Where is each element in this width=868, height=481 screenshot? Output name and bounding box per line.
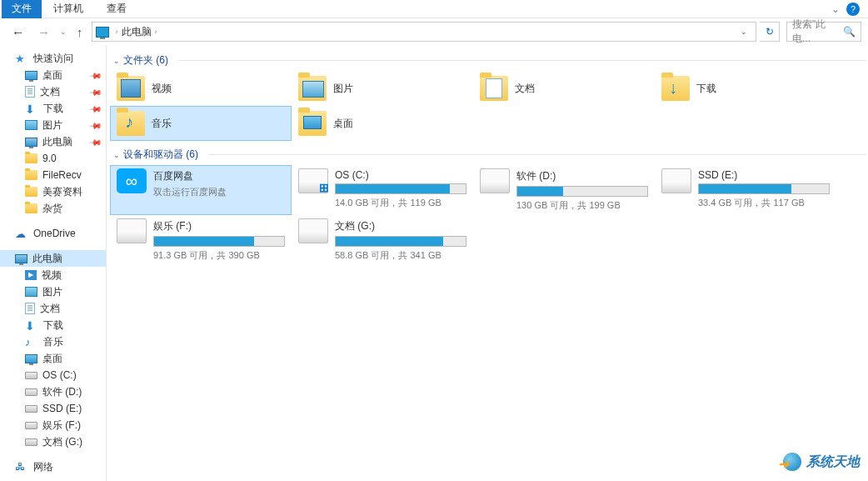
desktop-icon bbox=[25, 71, 37, 80]
menu-bar: 文件 计算机 查看 ⌄ ? bbox=[0, 0, 868, 18]
sidebar-item-thispc[interactable]: 此电脑📌 bbox=[0, 133, 106, 150]
capacity-fill bbox=[154, 237, 254, 246]
music-folder-icon bbox=[117, 111, 145, 136]
sidebar-item-drive-g[interactable]: 文档 (G:) bbox=[0, 433, 106, 450]
drive-subtitle: 58.8 GB 可用，共 341 GB bbox=[335, 249, 466, 262]
sidebar-item-desktop[interactable]: 桌面 bbox=[0, 350, 106, 367]
sidebar-network[interactable]: 🖧网络 bbox=[0, 458, 106, 475]
drive-label: 文档 (G:) bbox=[335, 219, 466, 233]
item-baidu-netdisk[interactable]: ∞ 百度网盘 双击运行百度网盘 bbox=[110, 165, 292, 215]
chevron-down-icon: ⌄ bbox=[113, 151, 120, 159]
folder-downloads[interactable]: 下载 bbox=[655, 71, 836, 106]
menu-computer[interactable]: 计算机 bbox=[42, 0, 95, 18]
folder-pictures[interactable]: 图片 bbox=[292, 71, 473, 106]
address-bar[interactable]: › 此电脑 › ⌄ bbox=[92, 22, 757, 42]
sidebar-item-documents[interactable]: 文档📌 bbox=[0, 83, 106, 100]
sidebar-item-downloads[interactable]: ⬇下载 bbox=[0, 317, 106, 333]
sidebar-item-documents[interactable]: 文档 bbox=[0, 300, 106, 317]
sidebar-item-videos[interactable]: ▶视频 bbox=[0, 267, 106, 283]
sidebar-item-label: 文档 bbox=[40, 302, 60, 316]
disk-icon bbox=[25, 388, 37, 396]
sidebar-item-pictures[interactable]: 图片📌 bbox=[0, 117, 106, 133]
group-header-folders[interactable]: ⌄ 文件夹 (6) bbox=[107, 52, 866, 71]
sidebar-item-folder[interactable]: 9.0 bbox=[0, 150, 106, 167]
group-header-drives[interactable]: ⌄ 设备和驱动器 (6) bbox=[107, 146, 866, 165]
download-icon: ⬇ bbox=[25, 319, 38, 331]
sidebar-this-pc[interactable]: 此电脑 bbox=[0, 250, 106, 267]
item-label: 文档 bbox=[515, 82, 535, 96]
nav-back-icon[interactable]: ← bbox=[7, 25, 29, 39]
menu-view[interactable]: 查看 bbox=[95, 0, 138, 18]
sidebar-item-downloads[interactable]: ⬇下载📌 bbox=[0, 100, 106, 117]
drive-subtitle: 14.0 GB 可用，共 119 GB bbox=[335, 197, 466, 209]
drive-icon bbox=[298, 218, 328, 243]
globe-icon: ➜ bbox=[783, 453, 801, 471]
folder-videos[interactable]: 视频 bbox=[110, 71, 292, 106]
drive-f[interactable]: 娱乐 (F:) 91.3 GB 可用，共 390 GB bbox=[110, 215, 292, 265]
folder-icon bbox=[25, 187, 37, 197]
address-dropdown-icon[interactable]: ⌄ bbox=[736, 28, 752, 36]
drive-label: 软件 (D:) bbox=[516, 169, 648, 183]
drive-g[interactable]: 文档 (G:) 58.8 GB 可用，共 341 GB bbox=[292, 215, 473, 265]
breadcrumb-sep-icon[interactable]: › bbox=[152, 28, 161, 36]
desktop-folder-icon bbox=[298, 111, 327, 136]
sidebar-item-folder[interactable]: 杂货 bbox=[0, 200, 106, 217]
sidebar-item-drive-d[interactable]: 软件 (D:) bbox=[0, 383, 106, 400]
sidebar-item-label: 杂货 bbox=[42, 202, 62, 216]
drive-d[interactable]: 软件 (D:) 130 GB 可用，共 199 GB bbox=[473, 165, 655, 215]
drive-c[interactable]: OS (C:) 14.0 GB 可用，共 119 GB bbox=[292, 165, 473, 215]
download-icon: ⬇ bbox=[25, 103, 38, 114]
folder-icon bbox=[25, 153, 37, 163]
disk-icon bbox=[25, 422, 37, 429]
item-label: 桌面 bbox=[333, 117, 353, 131]
cloud-icon: ☁ bbox=[15, 228, 28, 239]
breadcrumb-sep-icon[interactable]: › bbox=[112, 28, 122, 36]
music-icon: ♪ bbox=[25, 336, 38, 348]
sidebar-item-label: 下载 bbox=[43, 102, 63, 116]
drive-subtitle: 33.4 GB 可用，共 117 GB bbox=[698, 197, 830, 209]
pin-icon: 📌 bbox=[89, 118, 102, 132]
ribbon-toggle-icon[interactable]: ⌄ bbox=[825, 3, 846, 15]
sidebar-item-music[interactable]: ♪音乐 bbox=[0, 333, 106, 350]
nav-history-icon[interactable]: ⌄ bbox=[58, 28, 68, 36]
drive-label: SSD (E:) bbox=[698, 169, 830, 181]
sidebar-onedrive[interactable]: ☁OneDrive bbox=[0, 225, 106, 242]
sidebar-quick-access[interactable]: ★ 快速访问 bbox=[0, 50, 106, 67]
sidebar-item-drive-c[interactable]: OS (C:) bbox=[0, 367, 106, 383]
desktop-icon bbox=[25, 354, 37, 363]
sidebar-item-label: 9.0 bbox=[42, 153, 57, 164]
sidebar-item-pictures[interactable]: 图片 bbox=[0, 283, 106, 300]
document-icon bbox=[25, 303, 35, 314]
help-icon[interactable]: ? bbox=[846, 3, 860, 16]
capacity-bar bbox=[698, 183, 830, 194]
sidebar-item-label: 美赛资料 bbox=[42, 185, 82, 199]
pictures-icon bbox=[25, 120, 37, 130]
folder-documents[interactable]: 文档 bbox=[473, 71, 655, 106]
drive-e[interactable]: SSD (E:) 33.4 GB 可用，共 117 GB bbox=[655, 165, 836, 215]
refresh-button[interactable]: ↻ bbox=[760, 22, 780, 42]
folder-music[interactable]: 音乐 bbox=[110, 106, 292, 141]
disk-icon bbox=[25, 438, 37, 446]
sidebar-item-label: 文档 (G:) bbox=[42, 435, 82, 449]
pin-icon: 📌 bbox=[89, 102, 102, 115]
sidebar-item-label: OS (C:) bbox=[42, 369, 77, 381]
nav-up-icon[interactable]: ↑ bbox=[72, 25, 88, 39]
drive-icon bbox=[480, 168, 510, 193]
pc-icon bbox=[15, 254, 27, 263]
sidebar: ★ 快速访问 桌面📌 文档📌 ⬇下载📌 图片📌 此电脑📌 9.0 FileRec… bbox=[0, 45, 107, 481]
document-icon bbox=[25, 86, 35, 98]
item-label: 下载 bbox=[696, 82, 716, 96]
breadcrumb-this-pc[interactable]: 此电脑 bbox=[122, 25, 152, 39]
search-input[interactable]: 搜索"此电... 🔍 bbox=[786, 22, 861, 42]
menu-file[interactable]: 文件 bbox=[2, 0, 42, 18]
sidebar-item-drive-f[interactable]: 娱乐 (F:) bbox=[0, 417, 106, 433]
sidebar-item-folder[interactable]: FileRecv bbox=[0, 167, 106, 183]
pin-icon: 📌 bbox=[89, 68, 102, 82]
sidebar-item-label: 图片 bbox=[42, 285, 62, 299]
folder-desktop[interactable]: 桌面 bbox=[292, 106, 473, 141]
sidebar-item-desktop[interactable]: 桌面📌 bbox=[0, 67, 106, 83]
sidebar-item-folder[interactable]: 美赛资料 bbox=[0, 183, 106, 200]
sidebar-item-drive-e[interactable]: SSD (E:) bbox=[0, 400, 106, 417]
disk-icon bbox=[25, 405, 37, 413]
drive-icon bbox=[117, 218, 147, 243]
